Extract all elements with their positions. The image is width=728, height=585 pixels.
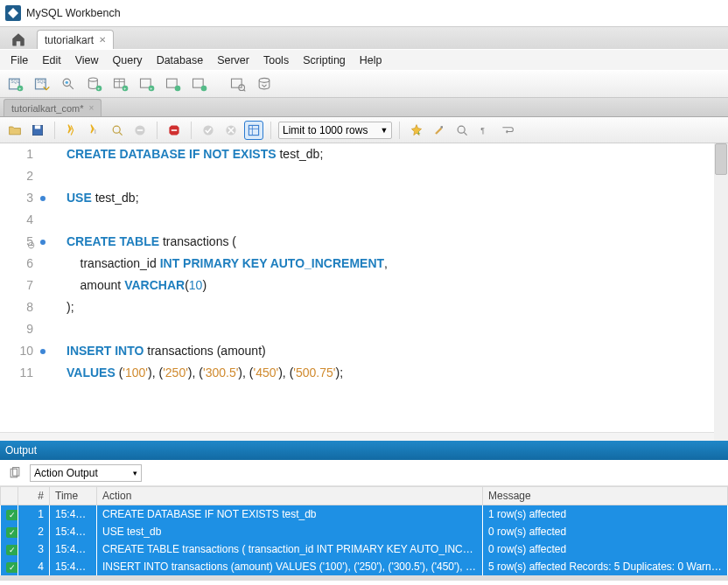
table-add-icon[interactable]: + <box>108 73 133 95</box>
stop-on-error-icon[interactable] <box>164 121 184 140</box>
separator <box>270 122 271 139</box>
col-num[interactable]: # <box>18 487 50 505</box>
row-msg: 0 row(s) affected <box>483 523 728 540</box>
beautify-icon[interactable]: + <box>407 121 426 140</box>
svg-text:+: + <box>18 86 21 91</box>
svg-rect-33 <box>248 125 258 135</box>
output-panel-header: Output <box>0 441 728 460</box>
success-icon <box>6 562 18 573</box>
scrollbar-thumb[interactable] <box>715 143 727 175</box>
col-status[interactable] <box>1 487 18 505</box>
app-logo-icon <box>5 5 21 21</box>
output-type-select[interactable]: Action Output ▾ <box>30 464 142 482</box>
explain-icon[interactable] <box>108 121 127 140</box>
connection-tab[interactable]: tutorialkart ✕ <box>37 30 114 49</box>
proc-add-icon[interactable] <box>161 73 186 95</box>
table-row[interactable]: 115:41:02CREATE DATABASE IF NOT EXISTS t… <box>1 505 728 524</box>
svg-text:+: + <box>97 86 100 91</box>
brush-icon[interactable] <box>430 121 449 140</box>
menu-server[interactable]: Server <box>212 52 255 68</box>
svg-point-31 <box>203 125 213 135</box>
col-time[interactable]: Time <box>50 487 97 505</box>
menu-view[interactable]: View <box>70 52 104 68</box>
status-cell <box>1 523 18 540</box>
new-sql-tab-icon[interactable]: SQL+ <box>4 73 28 95</box>
wrap-icon[interactable] <box>498 121 517 140</box>
commit-icon[interactable] <box>199 121 218 140</box>
reconnect-icon[interactable] <box>252 73 276 95</box>
svg-text:SQL: SQL <box>10 79 19 84</box>
view-add-icon[interactable]: + <box>135 73 159 95</box>
output-copy-icon[interactable] <box>5 463 24 483</box>
sql-tab[interactable]: tutorialkart_com* × <box>4 99 102 116</box>
open-file-icon[interactable] <box>5 121 24 140</box>
svg-point-18 <box>175 86 181 92</box>
menu-edit[interactable]: Edit <box>37 52 66 68</box>
open-sql-icon[interactable]: SQL <box>30 73 54 95</box>
find-icon[interactable] <box>452 121 472 140</box>
table-row[interactable]: 215:41:02USE test_db0 row(s) affected <box>1 523 728 540</box>
stop-icon[interactable] <box>130 121 150 140</box>
svg-point-20 <box>201 86 207 92</box>
home-icon[interactable] <box>5 30 32 49</box>
row-limit-select[interactable]: Limit to 1000 rows ▼ <box>278 122 392 139</box>
code-area[interactable]: CREATE DATABASE IF NOT EXISTS test_db;US… <box>51 143 728 432</box>
toggle-invisible-icon[interactable]: ¶ <box>475 121 494 140</box>
editor-toolbar: I Limit to 1000 rows ▼ + ¶ <box>0 117 728 143</box>
menu-tools[interactable]: Tools <box>258 52 294 68</box>
search-table-icon[interactable] <box>226 73 250 95</box>
row-time: 15:41:02 <box>50 558 97 575</box>
svg-rect-35 <box>441 126 443 128</box>
row-action: USE test_db <box>97 523 483 540</box>
sql-tab-label: tutorialkart_com* <box>11 103 84 114</box>
menu-help[interactable]: Help <box>354 52 388 68</box>
col-action[interactable]: Action <box>97 487 483 505</box>
row-action: INSERT INTO transactions (amount) VALUES… <box>97 558 483 575</box>
bottom-spacer <box>0 575 728 581</box>
table-row[interactable]: 315:41:02CREATE TABLE transactions ( tra… <box>1 540 728 558</box>
close-icon[interactable]: ✕ <box>99 35 106 45</box>
menu-query[interactable]: Query <box>108 52 148 68</box>
chevron-down-icon: ▾ <box>133 469 137 477</box>
execute-icon[interactable] <box>62 121 81 140</box>
col-message[interactable]: Message <box>483 487 728 505</box>
output-header-row: # Time Action Message <box>1 487 728 505</box>
svg-text:+: + <box>150 86 152 91</box>
svg-point-8 <box>88 78 97 81</box>
success-icon <box>6 545 18 555</box>
row-num: 4 <box>18 558 50 575</box>
svg-text:+: + <box>417 130 421 136</box>
close-icon[interactable]: × <box>89 103 94 113</box>
chevron-down-icon: ▼ <box>380 126 388 135</box>
row-time: 15:41:02 <box>50 505 97 524</box>
menubar: File Edit View Query Database Server Too… <box>0 49 728 70</box>
main-toolbar: SQL+ SQL + + + <box>0 70 728 98</box>
menu-file[interactable]: File <box>5 52 33 68</box>
rollback-icon[interactable] <box>221 121 241 140</box>
inspector-icon[interactable] <box>56 73 80 95</box>
row-action: CREATE TABLE transactions ( transaction_… <box>97 540 483 558</box>
menu-scripting[interactable]: Scripting <box>298 52 351 68</box>
sql-editor[interactable]: 1234567891011 CREATE DATABASE IF NOT EXI… <box>0 143 728 432</box>
connection-tab-label: tutorialkart <box>45 34 94 46</box>
autocommit-toggle-icon[interactable] <box>244 121 263 140</box>
success-icon <box>6 527 18 538</box>
line-gutter: 1234567891011 <box>0 143 51 432</box>
svg-text:+: + <box>123 86 126 91</box>
row-limit-label: Limit to 1000 rows <box>283 124 368 136</box>
func-add-icon[interactable] <box>187 73 212 95</box>
execute-current-icon[interactable]: I <box>85 121 104 140</box>
output-type-label: Action Output <box>34 467 98 479</box>
separator <box>399 122 400 139</box>
save-icon[interactable] <box>28 121 47 140</box>
svg-rect-25 <box>35 125 40 129</box>
resize-handle[interactable] <box>0 432 728 441</box>
table-row[interactable]: 415:41:02INSERT INTO transactions (amoun… <box>1 558 728 575</box>
menu-database[interactable]: Database <box>151 52 209 68</box>
svg-text:I: I <box>94 129 96 135</box>
db-add-icon[interactable]: + <box>82 73 107 95</box>
output-table: # Time Action Message 115:41:02CREATE DA… <box>0 486 728 575</box>
scrollbar[interactable] <box>714 143 728 441</box>
svg-rect-17 <box>167 79 178 87</box>
svg-point-23 <box>259 78 270 82</box>
